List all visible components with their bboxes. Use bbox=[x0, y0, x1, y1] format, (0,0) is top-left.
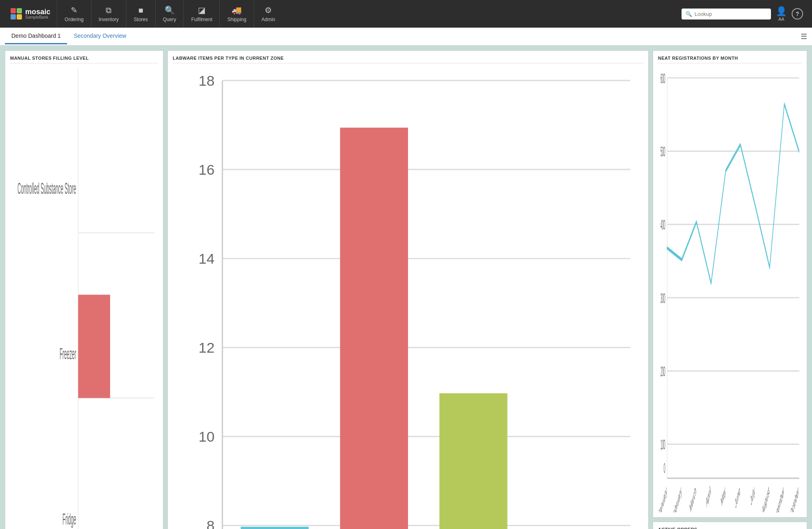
logo-name: mosaic bbox=[25, 8, 50, 15]
line-chart-polyline bbox=[667, 104, 799, 283]
labware-chart: 18 16 14 12 10 8 6 4 2 0 bbox=[173, 67, 643, 529]
logo-grid bbox=[11, 8, 22, 20]
svg-text:10: 10 bbox=[199, 429, 215, 445]
nav-admin[interactable]: ⚙ Admin bbox=[254, 0, 282, 28]
stores-icon: ■ bbox=[138, 6, 143, 15]
tab-demo-dashboard[interactable]: Demo Dashboard 1 bbox=[5, 28, 67, 44]
nav-inventory[interactable]: ⧉ Inventory bbox=[91, 0, 126, 28]
logo-cell-yellow bbox=[17, 14, 22, 20]
nav-ordering-label: Ordering bbox=[65, 17, 84, 22]
svg-text:March: March bbox=[689, 483, 697, 512]
labware-items-panel: LABWARE ITEMS PER TYPE IN CURRENT ZONE 1… bbox=[167, 50, 649, 529]
nav-stores-label: Stores bbox=[134, 17, 148, 22]
fulfilment-icon: ◪ bbox=[198, 5, 206, 15]
svg-text:September: September bbox=[773, 483, 785, 512]
search-input[interactable] bbox=[695, 11, 767, 17]
svg-text:8: 8 bbox=[206, 518, 215, 529]
svg-text:Freezer: Freezer bbox=[60, 345, 76, 362]
manual-stores-panel: MANUAL STORES FILLING LEVEL 0 0.2 0.4 bbox=[5, 50, 163, 529]
admin-icon: ⚙ bbox=[265, 5, 272, 15]
svg-text:400: 400 bbox=[660, 217, 665, 232]
neat-registrations-panel: NEAT REGISTRATIONS BY MONTH 600 500 400 … bbox=[653, 50, 807, 518]
svg-text:600: 600 bbox=[660, 70, 665, 86]
svg-text:200: 200 bbox=[660, 363, 665, 379]
svg-text:500: 500 bbox=[660, 143, 665, 159]
neat-registrations-chart: 600 500 400 300 200 100 0 bbox=[658, 67, 802, 512]
svg-text:July: July bbox=[750, 483, 756, 508]
nav-query[interactable]: 🔍 Query bbox=[155, 0, 184, 28]
manual-stores-chart: 0 0.2 0.4 Controlled Substance Store Fre… bbox=[10, 67, 158, 529]
tab-secondary-overview[interactable]: Secondary Overview bbox=[67, 28, 132, 44]
freezer-bar bbox=[78, 295, 110, 398]
logo-cell-red bbox=[11, 8, 16, 13]
svg-text:14: 14 bbox=[199, 251, 215, 267]
nav-shipping-label: Shipping bbox=[227, 17, 246, 22]
svg-text:300: 300 bbox=[660, 290, 665, 306]
search-icon: 🔍 bbox=[686, 11, 692, 17]
search-box[interactable]: 🔍 bbox=[682, 9, 771, 20]
shipping-icon: 🚚 bbox=[232, 5, 242, 15]
nav-right-group: 👤 AA ? bbox=[771, 6, 808, 22]
top-navigation: mosaic SampleBank ✎ Ordering ⧉ Inventory… bbox=[0, 0, 812, 28]
nav-fulfilment[interactable]: ◪ Fulfilment bbox=[183, 0, 219, 28]
active-orders-title: ACTIVE ORDERS bbox=[658, 527, 802, 529]
svg-text:18: 18 bbox=[199, 73, 215, 89]
svg-text:February: February bbox=[672, 483, 682, 512]
svg-text:0: 0 bbox=[664, 460, 665, 476]
main-content: MANUAL STORES FILLING LEVEL 0 0.2 0.4 bbox=[0, 46, 812, 529]
nav-ordering[interactable]: ✎ Ordering bbox=[57, 0, 91, 28]
nav-query-label: Query bbox=[163, 17, 176, 22]
user-initials: AA bbox=[778, 17, 784, 22]
svg-text:12: 12 bbox=[199, 340, 215, 356]
tabs-bar: Demo Dashboard 1 Secondary Overview ☰ bbox=[0, 28, 812, 46]
svg-text:Fridge: Fridge bbox=[63, 510, 76, 528]
nav-inventory-label: Inventory bbox=[99, 17, 119, 22]
logo-sub: SampleBank bbox=[25, 15, 50, 20]
nav-stores[interactable]: ■ Stores bbox=[126, 0, 155, 28]
nav-shipping[interactable]: 🚚 Shipping bbox=[219, 0, 254, 28]
svg-text:October: October bbox=[790, 483, 799, 512]
svg-text:January: January bbox=[658, 483, 667, 512]
logo-text-block: mosaic SampleBank bbox=[25, 8, 50, 20]
neat-registrations-title: NEAT REGISTRATIONS BY MONTH bbox=[658, 56, 802, 63]
help-button[interactable]: ? bbox=[792, 8, 803, 20]
svg-text:May: May bbox=[720, 483, 726, 509]
active-orders-panel: ACTIVE ORDERS 17 bbox=[653, 522, 807, 529]
ordering-icon: ✎ bbox=[71, 5, 78, 15]
tab-menu-icon[interactable]: ☰ bbox=[801, 32, 807, 41]
inventory-icon: ⧉ bbox=[106, 6, 111, 15]
svg-text:100: 100 bbox=[660, 436, 665, 452]
query-icon: 🔍 bbox=[165, 5, 175, 15]
nav-fulfilment-label: Fulfilment bbox=[191, 17, 212, 22]
app-logo[interactable]: mosaic SampleBank bbox=[4, 8, 57, 20]
help-icon: ? bbox=[796, 11, 799, 17]
svg-text:April: April bbox=[706, 483, 712, 510]
svg-text:August: August bbox=[762, 483, 770, 512]
bar-hr-tube bbox=[340, 128, 408, 529]
logo-cell-green bbox=[17, 8, 22, 13]
bar-swp384 bbox=[439, 393, 507, 529]
bar-2d-mini bbox=[241, 527, 308, 529]
svg-text:16: 16 bbox=[199, 162, 215, 178]
logo-cell-blue bbox=[11, 14, 16, 20]
svg-text:Controlled Substance Store: Controlled Substance Store bbox=[17, 180, 76, 197]
labware-items-title: LABWARE ITEMS PER TYPE IN CURRENT ZONE bbox=[173, 56, 643, 63]
manual-stores-title: MANUAL STORES FILLING LEVEL bbox=[10, 56, 158, 63]
nav-admin-label: Admin bbox=[261, 17, 275, 22]
user-avatar[interactable]: 👤 AA bbox=[776, 6, 787, 22]
svg-text:June: June bbox=[734, 483, 741, 512]
